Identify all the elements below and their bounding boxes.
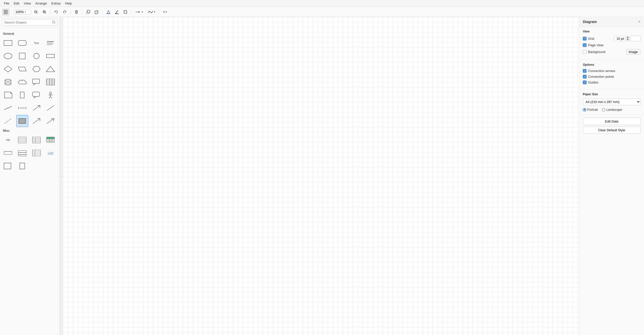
shape-cylinder[interactable]	[2, 76, 14, 88]
shape-square[interactable]	[16, 50, 28, 62]
misc-row2[interactable]	[16, 147, 28, 159]
misc-link[interactable]: Link	[44, 147, 56, 159]
zoom-value: 100%	[16, 10, 24, 14]
grid-pt-up[interactable]: ▲	[626, 36, 630, 39]
menu-extras[interactable]: Extras	[50, 1, 63, 6]
connection-points-check-icon: ✓	[584, 76, 586, 78]
misc-list1[interactable]	[16, 134, 28, 146]
landscape-radio[interactable]	[602, 108, 605, 112]
background-checkbox-wrapper[interactable]: ✓ Background	[583, 50, 605, 54]
misc-table-color[interactable]	[44, 134, 56, 146]
portrait-radio-wrapper[interactable]: Portrait	[583, 108, 598, 112]
shape-double-arrow[interactable]	[16, 102, 28, 114]
misc-list2[interactable]	[30, 134, 42, 146]
grid-label: Grid	[588, 37, 594, 41]
landscape-radio-wrapper[interactable]: Landscape	[602, 108, 622, 112]
grid-pt-down[interactable]: ▼	[626, 39, 630, 41]
connection-points-checkbox[interactable]: ✓	[583, 75, 586, 79]
shape-parallelogram[interactable]	[16, 63, 28, 75]
shape-diagonal-line[interactable]	[44, 102, 56, 114]
shape-arrow-up-right[interactable]	[30, 102, 42, 114]
connection-arrows-checkbox-wrapper[interactable]: ✓ Connection arrows	[583, 69, 615, 73]
connection-arrows-checkbox[interactable]: ✓	[583, 69, 586, 73]
menu-edit[interactable]: Edit	[12, 1, 21, 6]
background-image-button[interactable]: Image	[626, 49, 640, 55]
zoom-control[interactable]: 100% ▼	[14, 9, 31, 15]
menu-arrange[interactable]: Arrange	[33, 1, 49, 6]
connection-style-arrow: ▾	[142, 11, 143, 13]
misc-cells[interactable]	[30, 147, 42, 159]
grid-color-swatch[interactable]	[630, 36, 640, 41]
svg-rect-83	[18, 151, 26, 153]
page-view-checkbox-wrapper[interactable]: ✓ Page View	[583, 43, 604, 47]
shape-person[interactable]	[44, 89, 56, 101]
search-box-wrapper	[2, 19, 58, 26]
zoom-in-button[interactable]	[41, 9, 48, 16]
shape-speech-bubble[interactable]	[30, 89, 42, 101]
grid-area[interactable]	[63, 17, 579, 335]
shape-ellipse[interactable]	[2, 50, 14, 62]
fill-color-button[interactable]	[105, 9, 112, 16]
connection-arrows-label: Connection arrows	[588, 69, 615, 73]
grid-pt-input[interactable]	[614, 36, 625, 41]
misc-frame2[interactable]	[16, 160, 28, 172]
grid-pt-spinners: ▲ ▼	[626, 36, 630, 41]
grid-checkbox-wrapper[interactable]: ✓ Grid	[583, 37, 594, 41]
shape-arrow-diagonal[interactable]	[30, 115, 42, 127]
options-section-title: Options	[583, 63, 640, 67]
to-back-button[interactable]	[93, 9, 100, 16]
shape-cloud[interactable]	[16, 76, 28, 88]
misc-title[interactable]: Title	[2, 134, 14, 146]
shape-arrow-right[interactable]	[44, 115, 56, 127]
shape-diamond[interactable]	[2, 63, 14, 75]
undo-button[interactable]	[52, 9, 60, 16]
svg-rect-33	[46, 54, 54, 58]
canvas[interactable]	[63, 17, 579, 335]
shape-rounded-rect[interactable]	[16, 37, 28, 49]
shape-dashed-line[interactable]	[2, 115, 14, 127]
redo-button[interactable]	[61, 9, 68, 16]
shape-horizontal-rect[interactable]	[44, 50, 56, 62]
shape-table[interactable]	[44, 76, 56, 88]
page-view-checkbox[interactable]: ✓	[583, 43, 586, 47]
orientation-row: Portrait Landscape	[583, 108, 640, 112]
shape-filled-rect[interactable]	[16, 115, 28, 127]
paper-size-select[interactable]: A4 (210 mm x 297 mm) A3 (297 mm x 420 mm…	[583, 99, 640, 105]
sep7	[159, 9, 159, 15]
menu-view[interactable]: View	[22, 1, 33, 6]
delete-button[interactable]	[73, 9, 80, 16]
shape-callout[interactable]	[30, 76, 42, 88]
misc-frame1[interactable]	[2, 160, 14, 172]
shape-hexagon[interactable]	[30, 63, 42, 75]
menu-help[interactable]: Help	[63, 1, 74, 6]
panel-close-button[interactable]: ×	[638, 20, 640, 24]
background-checkbox[interactable]: ✓	[583, 50, 586, 54]
insert-button[interactable]: + ▾	[161, 9, 168, 15]
guides-checkbox[interactable]: ✓	[583, 81, 586, 84]
connection-points-checkbox-wrapper[interactable]: ✓ Connection points	[583, 75, 614, 79]
to-front-button[interactable]	[84, 9, 92, 16]
edit-data-button[interactable]: Edit Data	[583, 118, 640, 125]
clear-default-style-button[interactable]: Clear Default Style	[583, 127, 640, 134]
shape-vertical-rect[interactable]	[16, 89, 28, 101]
shape-heading[interactable]	[44, 37, 56, 49]
connection-style-button[interactable]: ▾	[134, 9, 145, 15]
shape-triangle[interactable]	[44, 63, 56, 75]
page-toggle-button[interactable]	[2, 9, 10, 16]
shape-rectangle[interactable]	[2, 37, 14, 49]
line-color-button[interactable]	[113, 9, 121, 16]
menu-file[interactable]: File	[2, 1, 11, 6]
zoom-out-button[interactable]	[32, 9, 40, 16]
shape-note[interactable]	[2, 89, 14, 101]
shape-circle[interactable]	[30, 50, 42, 62]
shape-s-curve[interactable]	[2, 102, 14, 114]
misc-row1[interactable]	[2, 147, 14, 159]
sidebar-collapse-handle[interactable]: ‹	[60, 17, 63, 335]
search-input[interactable]	[4, 21, 51, 24]
portrait-radio[interactable]	[583, 108, 586, 112]
shadow-button[interactable]	[122, 9, 129, 16]
shape-text[interactable]: Text	[30, 37, 42, 49]
grid-checkbox[interactable]: ✓	[583, 37, 586, 41]
guides-checkbox-wrapper[interactable]: ✓ Guides	[583, 81, 598, 84]
waypoint-style-button[interactable]: ▾	[146, 9, 157, 15]
